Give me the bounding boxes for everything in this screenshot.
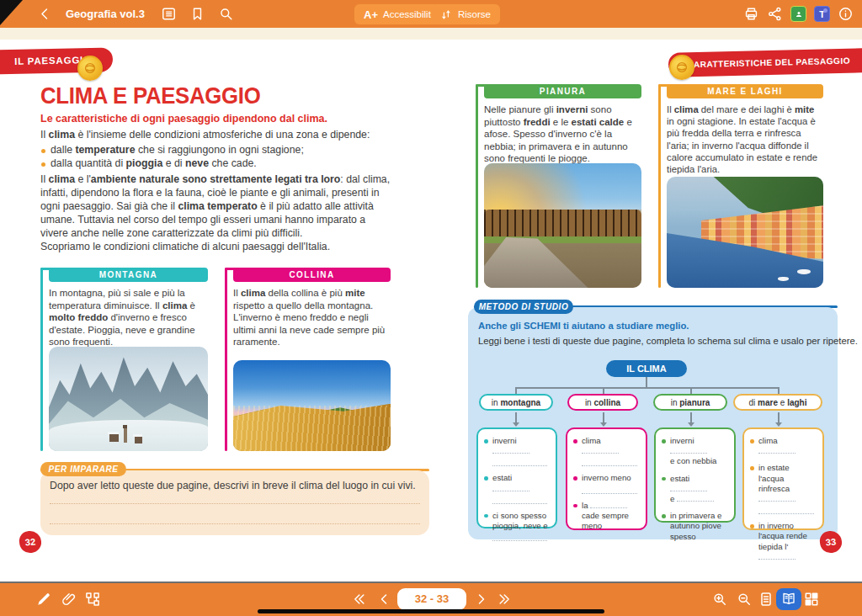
- mindmap-icon[interactable]: [84, 591, 101, 608]
- fill-in-item[interactable]: inverni e con nebbia: [670, 436, 728, 467]
- pianura-box-title: PIANURA: [484, 84, 641, 98]
- double-page-view-button[interactable]: [776, 588, 801, 610]
- mare-laghi-box: MARE E LAGHI Il clima del mare e dei lag…: [658, 84, 823, 288]
- tune-icon: [440, 8, 453, 21]
- screen-corner-artifact: [0, 0, 23, 25]
- hills-photo: [233, 360, 391, 451]
- coin-icon: [669, 55, 694, 80]
- first-page-button[interactable]: [350, 591, 367, 608]
- last-page-button[interactable]: [497, 591, 513, 608]
- schema-root-node: IL CLIMA: [606, 360, 687, 377]
- schema-node-montagna: in montagna: [479, 394, 553, 411]
- intro-bullet-list: dalle temperature che si raggiungono in …: [40, 144, 394, 171]
- zoom-in-icon[interactable]: [711, 591, 728, 608]
- page-subtitle: Le caratteristiche di ogni paesaggio dip…: [40, 113, 327, 125]
- body-paragraph: Il clima e l'ambiente naturale sono stre…: [40, 173, 394, 240]
- answer-line[interactable]: [50, 523, 420, 524]
- schema-answers-montagna: inverni estati ci sono spesso pioggia, n…: [476, 427, 557, 528]
- print-icon[interactable]: [743, 6, 759, 22]
- zoom-out-icon[interactable]: [736, 591, 753, 608]
- book-title[interactable]: Geografia vol.3: [66, 8, 145, 20]
- metodo-lead: Anche gli SCHEMI ti aiutano a studiare m…: [478, 321, 689, 331]
- page-indicator[interactable]: 32 - 33: [397, 588, 466, 610]
- plain-photo: [484, 163, 641, 288]
- fill-in-item[interactable]: estati e: [670, 474, 728, 505]
- connector-line: [603, 387, 604, 394]
- double-page-icon: [781, 592, 796, 607]
- metodo-instruction: Leggi bene i testi di queste due pagine,…: [478, 336, 858, 346]
- fill-in-item[interactable]: clima: [582, 436, 640, 466]
- connector-line: [515, 387, 517, 394]
- back-chevron-icon[interactable]: [37, 6, 53, 22]
- collina-box-text: Il clima della collina è più mite rispet…: [233, 287, 391, 348]
- thumbnails-grid-icon[interactable]: [803, 591, 820, 608]
- fill-in-item[interactable]: inverni: [492, 436, 550, 466]
- mare-laghi-box-text: Il clima del mare e dei laghi è mite in …: [667, 104, 823, 175]
- intro-paragraph: Il clima è l'insieme delle condizioni at…: [40, 129, 394, 142]
- previous-page-button[interactable]: [375, 591, 392, 608]
- connector-line: [690, 387, 692, 394]
- schema-node-mare-laghi: di mare e laghi: [733, 394, 822, 411]
- paperclip-icon[interactable]: [61, 591, 77, 608]
- answer-line[interactable]: [50, 503, 420, 504]
- arrow-down-icon: [515, 412, 517, 422]
- metodo-di-studio-label: METODO DI STUDIO: [474, 300, 573, 314]
- schema-node-pianura: in pianura: [653, 394, 727, 411]
- pianura-box-text: Nelle pianure gli inverni sono piuttosto…: [484, 104, 641, 165]
- page-number-badge: 32: [19, 530, 43, 555]
- top-toolbar: Geografia vol.3 A+ Accessibilità Risorse…: [0, 0, 862, 28]
- next-page-button[interactable]: [473, 591, 490, 608]
- fill-in-item[interactable]: in estate l'acqua rinfresca: [758, 463, 817, 514]
- bottom-toolbar: 32 - 33: [0, 583, 862, 616]
- schema-answers-collina: clima inverno meno la cade sempre meno: [566, 427, 647, 530]
- schema-node-collina: in collina: [567, 394, 638, 411]
- intro-text: Il clima è l'insieme delle condizioni at…: [40, 129, 394, 255]
- mountain-photo: [49, 347, 208, 451]
- intro-bullet: dalla quantità di pioggia e di neve che …: [40, 157, 394, 171]
- schema-answers-pianura: inverni e con nebbia estati e in primave…: [654, 427, 736, 523]
- right-chapter-banner: CARATTERISTICHE DEL PAESAGGIO: [668, 48, 862, 77]
- bookmark-icon[interactable]: [189, 6, 205, 22]
- info-icon[interactable]: [838, 6, 854, 22]
- montagna-box-title: MONTAGNA: [49, 268, 208, 282]
- single-page-view-icon[interactable]: [758, 591, 774, 608]
- per-imparare-task: Dopo aver letto queste due pagine, descr…: [50, 480, 420, 491]
- table-of-contents-icon[interactable]: [161, 6, 177, 22]
- home-indicator: [258, 609, 604, 614]
- collina-box: COLLINA Il clima della collina è più mit…: [225, 268, 391, 451]
- collina-box-title: COLLINA: [233, 268, 391, 282]
- mare-laghi-box-title: MARE E LAGHI: [667, 84, 823, 98]
- microsoft-teams-icon[interactable]: T: [814, 6, 830, 22]
- connector-line: [515, 387, 779, 389]
- connector-line: [778, 387, 780, 394]
- fill-in-item[interactable]: ci sono spesso pioggia, neve e: [492, 511, 550, 541]
- fill-in-item[interactable]: in primavera e autunno piove spesso: [670, 511, 728, 542]
- montagna-box: MONTAGNA In montagna, più si sale e più …: [40, 268, 208, 451]
- montagna-box-text: In montagna, più si sale e più la temper…: [49, 287, 208, 348]
- page-title: CLIMA E PAESAGGIO: [40, 82, 261, 109]
- per-imparare-label: PER IMPARARE: [40, 462, 126, 476]
- arrow-down-icon: [778, 412, 780, 422]
- fill-in-item[interactable]: estati: [492, 473, 550, 503]
- resources-button[interactable]: Risorse: [431, 4, 500, 24]
- body-paragraph: Scopriamo le condizioni climatiche di al…: [40, 241, 394, 254]
- arrow-down-icon: [603, 412, 604, 422]
- page-top-margin: [0, 28, 862, 40]
- pianura-box: PIANURA Nelle pianure gli inverni sono p…: [476, 84, 641, 288]
- pencil-tool-icon[interactable]: [35, 591, 52, 608]
- arrow-down-icon: [690, 412, 692, 422]
- fill-in-item[interactable]: inverno meno: [582, 473, 640, 493]
- fill-in-item[interactable]: clima: [758, 436, 817, 456]
- lake-photo: [667, 177, 823, 288]
- google-classroom-icon[interactable]: [790, 6, 806, 22]
- fill-in-item[interactable]: in inverno l'acqua rende tiepida l': [758, 521, 817, 562]
- intro-bullet: dalle temperature che si raggiungono in …: [40, 144, 394, 157]
- search-icon[interactable]: [218, 6, 234, 22]
- accessibility-a-plus: A+: [364, 8, 378, 21]
- fill-in-item[interactable]: la cade sempre meno: [582, 501, 640, 532]
- share-icon[interactable]: [767, 6, 783, 22]
- app-window: Geografia vol.3 A+ Accessibilità Risorse…: [0, 0, 862, 616]
- coin-icon: [77, 56, 103, 81]
- schema-answers-mare-laghi: clima in estate l'acqua rinfresca in inv…: [742, 427, 824, 530]
